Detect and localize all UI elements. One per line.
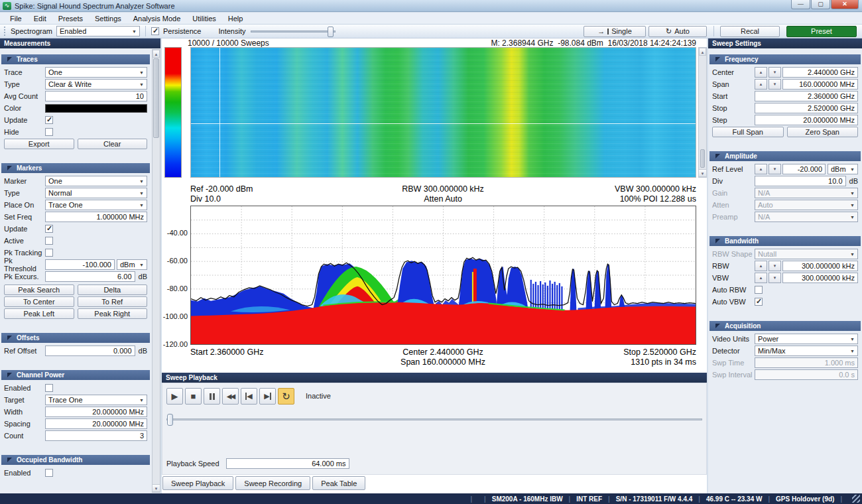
- export-button[interactable]: Export: [4, 139, 74, 149]
- scroll-down-icon[interactable]: ▼: [698, 169, 707, 177]
- skip-start-button[interactable]: ◀: [241, 388, 257, 405]
- measurements-scrollbar[interactable]: ▲ ▼: [152, 49, 160, 493]
- single-button[interactable]: → Single: [584, 26, 646, 37]
- pk-tracking-checkbox[interactable]: [45, 249, 53, 257]
- persistence-checkbox[interactable]: [151, 27, 159, 35]
- full-span-button[interactable]: Full Span: [712, 127, 784, 137]
- menu-settings[interactable]: Settings: [89, 15, 127, 23]
- amplitude-section-header[interactable]: Amplitude: [709, 151, 861, 161]
- pk-threshold-input[interactable]: -100.000: [45, 259, 115, 270]
- trace-color-swatch[interactable]: [45, 104, 147, 113]
- tab-peak-table[interactable]: Peak Table: [312, 476, 365, 490]
- menu-presets[interactable]: Presets: [52, 15, 89, 23]
- skip-end-button[interactable]: ▶: [259, 388, 276, 405]
- ref-level-increment-button[interactable]: ▲: [755, 164, 767, 174]
- span-input[interactable]: 160.000000 MHz: [782, 79, 858, 90]
- ref-level-decrement-button[interactable]: ▼: [769, 164, 781, 174]
- markers-section-header[interactable]: Markers: [1, 163, 150, 173]
- trace-update-checkbox[interactable]: [45, 116, 53, 124]
- tab-sweep-playback[interactable]: Sweep Playback: [162, 476, 233, 490]
- vbw-input[interactable]: 300.000000 kHz: [782, 273, 858, 283]
- scroll-down-icon[interactable]: ▼: [152, 484, 160, 492]
- playback-position-slider[interactable]: [166, 418, 702, 420]
- spectrum-plot[interactable]: [190, 206, 696, 345]
- center-input[interactable]: 2.440000 GHz: [782, 67, 858, 78]
- cp-enabled-checkbox[interactable]: [45, 384, 53, 392]
- zero-span-button[interactable]: Zero Span: [787, 127, 859, 137]
- trace-type-select[interactable]: Clear & Write▼: [45, 79, 147, 90]
- acquisition-section-header[interactable]: Acquisition: [709, 321, 861, 331]
- scroll-up-icon[interactable]: ▲: [699, 48, 706, 56]
- to-ref-button[interactable]: To Ref: [78, 296, 148, 307]
- clear-button[interactable]: Clear: [78, 139, 148, 149]
- menu-file[interactable]: File: [4, 15, 28, 23]
- preset-button[interactable]: Preset: [786, 26, 857, 37]
- ref-level-unit-select[interactable]: dBm▼: [828, 164, 858, 174]
- stop-input[interactable]: 2.520000 GHz: [755, 103, 858, 113]
- div-input[interactable]: 10.0: [755, 176, 846, 186]
- start-input[interactable]: 2.360000 GHz: [755, 91, 858, 101]
- step-input[interactable]: 20.000000 MHz: [755, 115, 858, 125]
- marker-update-checkbox[interactable]: [45, 225, 53, 233]
- spectrogram-select[interactable]: Enabled ▼: [56, 26, 140, 36]
- minimize-button[interactable]: —: [791, 0, 810, 9]
- scrollbar-thumb[interactable]: [153, 58, 159, 138]
- occupied-bandwidth-section-header[interactable]: Occupied Bandwidth: [1, 455, 150, 465]
- menu-utilities[interactable]: Utilities: [186, 15, 221, 23]
- pk-excurs-input[interactable]: 6.00: [45, 271, 135, 282]
- cp-spacing-input[interactable]: 20.000000 MHz: [45, 418, 147, 429]
- spectrogram-waterfall[interactable]: [190, 47, 696, 178]
- detector-select[interactable]: Min/Max▼: [755, 346, 858, 356]
- span-increment-button[interactable]: ▲: [755, 79, 767, 90]
- stop-button[interactable]: ■: [185, 388, 202, 405]
- frequency-section-header[interactable]: Frequency: [709, 54, 861, 64]
- trace-hide-checkbox[interactable]: [45, 128, 53, 136]
- playback-slider-handle[interactable]: [167, 414, 173, 426]
- close-button[interactable]: ✕: [831, 0, 859, 9]
- toolbar-grip[interactable]: [4, 27, 6, 36]
- marker-select[interactable]: One▼: [45, 176, 147, 186]
- intensity-slider[interactable]: [251, 31, 336, 32]
- rbw-input[interactable]: 300.000000 kHz: [782, 261, 858, 271]
- marker-active-checkbox[interactable]: [45, 237, 53, 245]
- tab-sweep-recording[interactable]: Sweep Recording: [235, 476, 310, 490]
- traces-section-header[interactable]: Traces: [1, 54, 150, 64]
- offsets-section-header[interactable]: Offsets: [1, 333, 150, 343]
- delta-button[interactable]: Delta: [78, 284, 148, 295]
- rbw-decrement-button[interactable]: ▼: [769, 261, 781, 271]
- rewind-button[interactable]: ◀◀: [222, 388, 239, 405]
- marker-type-select[interactable]: Normal▼: [45, 188, 147, 198]
- peak-right-button[interactable]: Peak Right: [78, 308, 148, 319]
- maximize-button[interactable]: ▢: [811, 0, 830, 9]
- bandwidth-section-header[interactable]: Bandwidth: [709, 236, 861, 246]
- menu-help[interactable]: Help: [222, 15, 249, 23]
- vbw-increment-button[interactable]: ▲: [755, 273, 767, 283]
- menu-analysis-mode[interactable]: Analysis Mode: [127, 15, 187, 23]
- ref-level-input[interactable]: -20.000: [782, 164, 826, 174]
- vbw-decrement-button[interactable]: ▼: [769, 273, 781, 283]
- peak-left-button[interactable]: Peak Left: [4, 308, 74, 319]
- span-decrement-button[interactable]: ▼: [769, 79, 781, 90]
- video-units-select[interactable]: Power▼: [755, 334, 858, 344]
- play-button[interactable]: ▶: [166, 388, 183, 405]
- peak-search-button[interactable]: Peak Search: [4, 284, 74, 295]
- place-on-select[interactable]: Trace One▼: [45, 200, 147, 210]
- cp-count-input[interactable]: 3: [45, 430, 147, 441]
- auto-vbw-checkbox[interactable]: [755, 298, 763, 306]
- spectrogram-scrollbar[interactable]: ▲ ▼: [698, 47, 707, 178]
- center-increment-button[interactable]: ▲: [755, 67, 767, 78]
- pause-button[interactable]: [204, 388, 220, 405]
- trace-select[interactable]: One▼: [45, 67, 147, 78]
- set-freq-input[interactable]: 1.000000 MHz: [45, 212, 147, 222]
- intensity-slider-handle[interactable]: [328, 27, 334, 37]
- pk-threshold-unit-select[interactable]: dBm▼: [117, 259, 147, 270]
- resize-grip[interactable]: [852, 495, 860, 503]
- recal-button[interactable]: Recal: [720, 26, 780, 37]
- auto-rbw-checkbox[interactable]: [755, 286, 763, 294]
- cp-width-input[interactable]: 20.000000 MHz: [45, 407, 147, 417]
- menu-edit[interactable]: Edit: [28, 15, 52, 23]
- ref-offset-input[interactable]: 0.000: [45, 346, 135, 356]
- channel-power-section-header[interactable]: Channel Power: [1, 370, 150, 380]
- auto-button[interactable]: ↻ Auto: [648, 26, 707, 37]
- scrollbar-thumb[interactable]: [700, 149, 705, 168]
